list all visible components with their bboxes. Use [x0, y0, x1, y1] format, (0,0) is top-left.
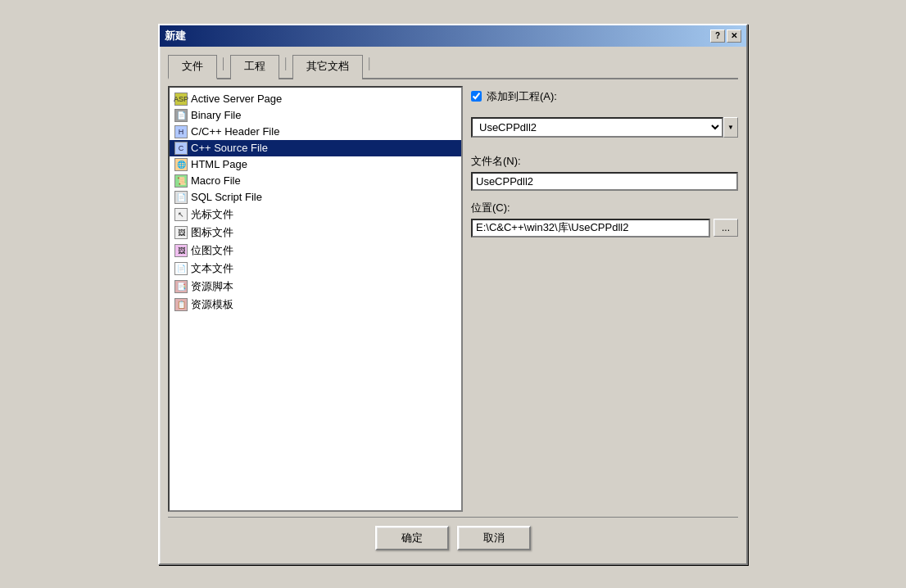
dropdown-arrow-icon[interactable]: ▼ [723, 117, 738, 138]
file-list-item-rct[interactable]: 📋资源模板 [170, 296, 461, 314]
file-label: 图标文件 [191, 225, 233, 240]
file-label: Active Server Page [191, 93, 282, 105]
filename-input[interactable] [471, 172, 738, 191]
file-icon-ico: 🖼 [174, 226, 188, 239]
right-panel: 添加到工程(A): UseCPPdll2 ▼ 文件名(N): [471, 86, 738, 512]
file-label: 资源模板 [191, 297, 233, 312]
file-label: HTML Page [191, 158, 247, 170]
title-bar-buttons: ? ✕ [710, 29, 741, 43]
file-list-item-asp[interactable]: ASPActive Server Page [170, 91, 461, 107]
file-icon-txt: 📄 [174, 262, 188, 275]
file-list-item-bin[interactable]: 📄Binary File [170, 107, 461, 124]
project-dropdown-row: UseCPPdll2 ▼ [471, 117, 738, 138]
file-label: C/C++ Header File [191, 125, 279, 138]
tab-other[interactable]: 其它文档 [292, 55, 363, 79]
tab-project[interactable]: 工程 [230, 55, 279, 79]
file-icon-rct: 📋 [174, 298, 188, 311]
file-label: Binary File [191, 109, 241, 121]
file-list-panel[interactable]: ASPActive Server Page📄Binary FileHC/C++ … [168, 86, 463, 512]
tab-file[interactable]: 文件 [168, 55, 217, 79]
filename-label: 文件名(N): [471, 154, 738, 169]
content-area: ASPActive Server Page📄Binary FileHC/C++ … [168, 86, 738, 512]
tab-divider-1: │ [219, 53, 229, 75]
cancel-button[interactable]: 取消 [457, 526, 531, 550]
tab-divider-3: │ [365, 53, 374, 75]
browse-button[interactable]: ... [713, 219, 738, 237]
file-label: 光标文件 [191, 207, 233, 222]
file-label: 资源脚本 [191, 279, 233, 294]
file-list-item-sql[interactable]: 📄SQL Script File [170, 189, 461, 206]
window-body: 文件 │ 工程 │ 其它文档 │ ASPActive Server Page📄B… [160, 47, 746, 563]
file-icon-html: 🌐 [174, 158, 188, 171]
file-icon-bmp: 🖼 [174, 244, 188, 257]
add-to-project-label[interactable]: 添加到工程(A): [487, 89, 557, 104]
file-icon-rc: 📑 [174, 280, 188, 293]
file-list-item-txt[interactable]: 📄文本文件 [170, 260, 461, 278]
file-label: Macro File [191, 174, 241, 187]
file-list-item-rc[interactable]: 📑资源脚本 [170, 278, 461, 296]
file-label: 位图文件 [191, 243, 233, 258]
tab-bar: 文件 │ 工程 │ 其它文档 │ [168, 53, 738, 79]
location-label: 位置(C): [471, 201, 738, 215]
main-window: 新建 ? ✕ 文件 │ 工程 │ 其它文档 │ ASPAc [158, 24, 748, 565]
tab-divider-2: │ [281, 53, 291, 75]
project-select[interactable]: UseCPPdll2 [471, 117, 723, 138]
ok-button[interactable]: 确定 [375, 526, 449, 550]
file-label: C++ Source File [191, 142, 268, 154]
file-list-item-bmp[interactable]: 🖼位图文件 [170, 242, 461, 260]
file-list-item-cpp[interactable]: CC++ Source File [170, 140, 461, 156]
file-label: SQL Script File [191, 191, 262, 203]
location-section: 位置(C): ... [471, 201, 738, 237]
filename-section: 文件名(N): [471, 154, 738, 191]
file-list-item-macro[interactable]: 📜Macro File [170, 173, 461, 189]
file-icon-macro: 📜 [174, 174, 188, 188]
project-select-wrapper: UseCPPdll2 ▼ [471, 117, 738, 138]
file-icon-asp: ASP [174, 93, 188, 106]
file-list-item-html[interactable]: 🌐HTML Page [170, 156, 461, 173]
file-list-item-header[interactable]: HC/C++ Header File [170, 124, 461, 140]
add-to-project-row: 添加到工程(A): [471, 89, 738, 104]
file-list-item-cur[interactable]: ↖光标文件 [170, 206, 461, 224]
location-input[interactable] [471, 219, 710, 237]
file-icon-sql: 📄 [174, 191, 188, 204]
file-icon-bin: 📄 [174, 109, 188, 122]
close-button[interactable]: ✕ [727, 29, 741, 43]
file-icon-h: H [174, 125, 188, 138]
file-label: 文本文件 [191, 261, 233, 276]
location-row: ... [471, 219, 738, 237]
file-list-item-ico[interactable]: 🖼图标文件 [170, 224, 461, 242]
help-button[interactable]: ? [710, 29, 725, 43]
file-icon-cpp: C [174, 142, 188, 155]
file-icon-cur: ↖ [174, 208, 188, 221]
title-bar: 新建 ? ✕ [160, 25, 746, 47]
window-title: 新建 [165, 29, 186, 43]
add-to-project-checkbox[interactable] [471, 91, 482, 102]
button-bar: 确定 取消 [168, 517, 738, 555]
